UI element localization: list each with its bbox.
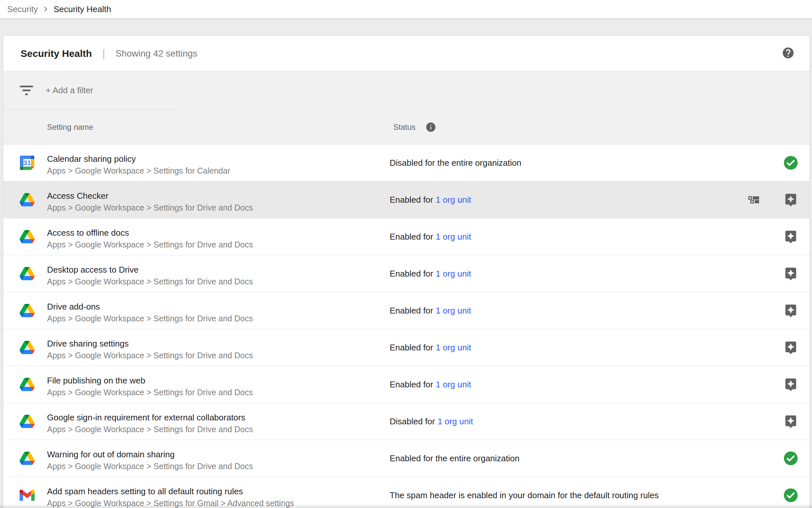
assistant-icon[interactable] — [783, 229, 799, 245]
status-text: Enabled for — [390, 380, 433, 390]
drive-icon — [19, 267, 35, 281]
gmail-icon — [19, 490, 35, 501]
assistant-icon[interactable] — [783, 303, 799, 319]
org-unit-link[interactable]: 1 org unit — [436, 343, 471, 353]
table-row[interactable]: Add spam headers setting to all default … — [3, 477, 809, 508]
setting-name: Access to offline docs — [47, 228, 129, 238]
add-filter-button[interactable]: + Add a filter — [46, 71, 93, 110]
setting-name: Google sign-in requirement for external … — [47, 413, 245, 423]
drive-icon — [19, 193, 35, 207]
svg-text:31: 31 — [23, 159, 31, 166]
setting-status: Enabled for the entire organization — [390, 440, 520, 477]
filter-row: + Add a filter — [3, 71, 809, 110]
setting-name: Drive add-ons — [47, 302, 100, 312]
status-text: Enabled for — [390, 269, 433, 279]
setting-path: Apps > Google Workspace > Settings for D… — [47, 388, 253, 397]
org-unit-link[interactable]: 1 org unit — [436, 306, 471, 316]
setting-path: Apps > Google Workspace > Settings for D… — [47, 277, 253, 286]
org-unit-link[interactable]: 1 org unit — [436, 232, 471, 242]
assistant-icon[interactable] — [783, 377, 799, 392]
setting-status: Enabled for 1 org unit — [390, 255, 471, 292]
assistant-icon[interactable] — [783, 340, 799, 355]
check-circle-icon — [783, 451, 799, 466]
column-header-status: Status — [393, 123, 416, 132]
table-row[interactable]: Google sign-in requirement for external … — [3, 403, 809, 440]
org-unit-link[interactable]: 1 org unit — [436, 380, 471, 390]
drive-icon — [19, 341, 35, 354]
status-text: Disabled for — [390, 417, 435, 427]
setting-name: Desktop access to Drive — [47, 265, 139, 275]
help-icon — [782, 46, 795, 59]
setting-name: Add spam headers setting to all default … — [47, 486, 243, 497]
title-separator: | — [102, 47, 105, 59]
org-unit-link[interactable]: 1 org unit — [436, 195, 471, 205]
breadcrumb: Security Security Health — [0, 0, 812, 18]
drive-icon — [19, 304, 35, 318]
setting-path: Apps > Google Workspace > Settings for D… — [47, 351, 253, 360]
status-text: The spam header is enabled in your domai… — [390, 490, 659, 501]
setting-status: Disabled for the entire organization — [390, 144, 521, 181]
table-row[interactable]: Drive add-ons Apps > Google Workspace > … — [3, 292, 809, 329]
assistant-icon[interactable] — [783, 192, 799, 208]
setting-path: Apps > Google Workspace > Settings for D… — [47, 462, 253, 471]
table-header-row: Setting name Status — [3, 110, 809, 144]
security-health-card: Security Health | Showing 42 settings + … — [3, 36, 809, 508]
drive-icon — [19, 230, 35, 244]
breadcrumb-item-security-health: Security Health — [54, 4, 111, 14]
status-text: Enabled for — [390, 343, 433, 353]
info-icon[interactable] — [425, 122, 436, 133]
chevron-right-icon — [41, 5, 50, 14]
drive-icon — [19, 378, 35, 391]
filter-and-header-band: + Add a filter Setting name Status — [3, 71, 809, 144]
check-circle-icon — [783, 155, 799, 171]
org-unit-link[interactable]: 1 org unit — [436, 269, 471, 279]
table-row[interactable]: Desktop access to Drive Apps > Google Wo… — [3, 255, 809, 292]
status-text: Enabled for — [390, 306, 433, 316]
setting-status: Enabled for 1 org unit — [390, 218, 471, 255]
setting-path: Apps > Google Workspace > Settings for G… — [47, 499, 294, 508]
filter-list-icon — [20, 86, 33, 97]
drive-icon — [19, 415, 35, 428]
table-row[interactable]: File publishing on the web Apps > Google… — [3, 366, 809, 403]
setting-name: Access Checker — [47, 191, 108, 201]
table-row[interactable]: Drive sharing settings Apps > Google Wor… — [3, 329, 809, 366]
setting-path: Apps > Google Workspace > Settings for C… — [47, 166, 230, 175]
status-text: Enabled for — [390, 232, 433, 242]
setting-status: Enabled for 1 org unit — [390, 329, 471, 366]
page-title: Security Health — [20, 48, 92, 59]
setting-name: File publishing on the web — [47, 376, 145, 386]
column-header-setting-name: Setting name — [47, 123, 93, 132]
setting-name: Warning for out of domain sharing — [47, 450, 175, 460]
org-unit-link[interactable]: 1 org unit — [438, 417, 473, 427]
card-header: Security Health | Showing 42 settings — [3, 36, 809, 71]
setting-path: Apps > Google Workspace > Settings for D… — [47, 203, 253, 212]
org-units-icon — [748, 196, 759, 204]
setting-status: Enabled for 1 org unit — [390, 366, 471, 403]
setting-status: Enabled for 1 org unit — [390, 292, 471, 329]
status-text: Disabled for the entire organization — [390, 158, 521, 168]
assistant-icon[interactable] — [783, 266, 799, 282]
setting-status: The spam header is enabled in your domai… — [390, 477, 659, 508]
setting-path: Apps > Google Workspace > Settings for D… — [47, 240, 253, 249]
setting-name: Calendar sharing policy — [47, 154, 136, 164]
calendar-icon: 31 — [19, 156, 35, 170]
setting-name: Drive sharing settings — [47, 339, 129, 349]
table-row[interactable]: Access Checker Apps > Google Workspace >… — [3, 181, 809, 218]
assistant-icon[interactable] — [783, 414, 799, 429]
drive-icon — [19, 452, 35, 465]
settings-count: Showing 42 settings — [115, 48, 198, 59]
table-row[interactable]: Access to offline docs Apps > Google Wor… — [3, 218, 809, 255]
settings-table: 31 Calendar sharing policy Apps > Google… — [3, 144, 809, 508]
status-text: Enabled for the entire organization — [390, 454, 520, 464]
table-row[interactable]: 31 Calendar sharing policy Apps > Google… — [3, 144, 809, 181]
help-button[interactable] — [782, 46, 795, 59]
table-row[interactable]: Warning for out of domain sharing Apps >… — [3, 440, 809, 477]
status-text: Enabled for — [390, 195, 433, 205]
check-circle-icon — [783, 488, 799, 503]
setting-status: Enabled for 1 org unit — [390, 181, 471, 218]
setting-status: Disabled for 1 org unit — [390, 403, 473, 440]
setting-path: Apps > Google Workspace > Settings for D… — [47, 314, 253, 323]
setting-path: Apps > Google Workspace > Settings for D… — [47, 425, 253, 434]
breadcrumb-item-security[interactable]: Security — [7, 4, 38, 14]
